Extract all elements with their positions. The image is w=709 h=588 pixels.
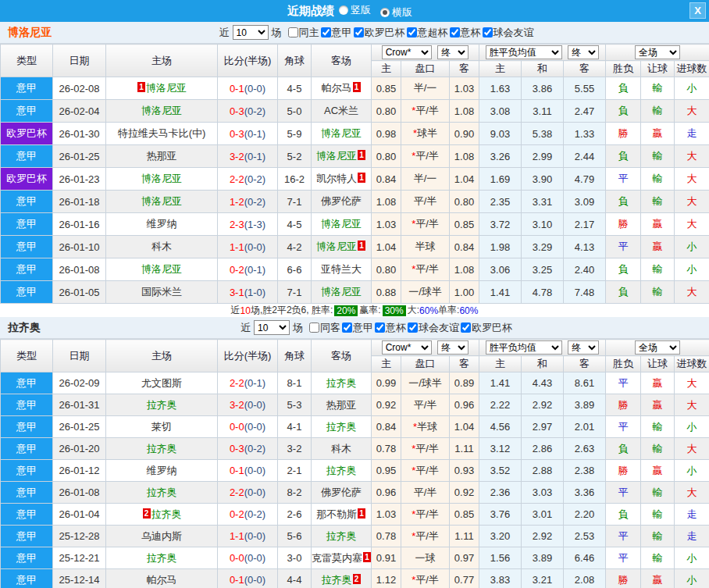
handicap-cell: 一/球半 xyxy=(401,281,450,304)
scope-select[interactable]: 全场 xyxy=(635,340,680,355)
team-label: 拉齐奥 xyxy=(326,530,357,542)
team-label: 博洛尼亚 xyxy=(321,286,362,298)
match-date: 26-01-18 xyxy=(53,191,106,213)
competition-type: 意甲 xyxy=(1,438,53,460)
mean-draw: 2.92 xyxy=(522,526,564,547)
filter-checkbox-意超杯[interactable]: 意超杯 xyxy=(405,26,448,40)
match-date: 26-01-08 xyxy=(53,482,106,504)
col-header-score: 比分(半场) xyxy=(218,340,278,372)
rate-badge: 30% xyxy=(383,305,406,316)
mean-time-select[interactable]: 终 xyxy=(568,45,599,59)
layout-radio-横版[interactable]: 横版 xyxy=(380,5,412,20)
team-label: AC米兰 xyxy=(324,105,358,116)
handicap-star: * xyxy=(413,421,417,433)
checkbox-icon[interactable] xyxy=(309,323,319,333)
mean-home: 3.72 xyxy=(479,213,522,236)
filter-checkbox-意甲[interactable]: 意甲 xyxy=(319,26,352,40)
mean-away: 2.63 xyxy=(564,438,606,460)
handicap-star: * xyxy=(412,263,415,275)
checkbox-icon[interactable] xyxy=(321,27,331,37)
scope-select[interactable]: 全场 xyxy=(635,45,680,59)
team-label: 特拉维夫马卡比(中) xyxy=(118,127,206,139)
mean-time-select[interactable]: 终 xyxy=(568,340,599,355)
match-date: 26-01-04 xyxy=(53,504,106,526)
sections-container: 博洛尼亚 近 10 场 同主意甲欧罗巴杯意超杯意杯球会友谊 类型 日期 主场 比… xyxy=(0,22,709,588)
mean-away: 4.13 xyxy=(564,236,606,258)
away-team: 凯尔特人1 xyxy=(312,168,372,191)
team-label: 博洛尼亚 xyxy=(316,241,357,252)
mean-draw: 3.25 xyxy=(522,258,564,281)
handicap-star: * xyxy=(412,105,415,116)
odds-time-select[interactable]: 终 xyxy=(437,340,469,355)
checkbox-icon[interactable] xyxy=(354,27,364,37)
filter-checkbox-欧罗巴杯[interactable]: 欧罗巴杯 xyxy=(459,321,512,335)
home-team: 特拉维夫马卡比(中) xyxy=(106,123,218,145)
summary-row: 近10场,胜2平2负6, 胜率:20% 赢率:30% 大:60% 单率:60% xyxy=(0,304,709,317)
odds-time-select[interactable]: 终 xyxy=(437,45,469,59)
match-date: 26-02-09 xyxy=(53,372,106,394)
away-team: AC米兰 xyxy=(312,100,372,123)
match-rows: 意甲26-02-081博洛尼亚0-1(0-0)4-5帕尔马10.85半/一1.0… xyxy=(1,77,709,304)
radio-icon[interactable] xyxy=(380,8,390,17)
filter-checkbox-欧罗巴杯[interactable]: 欧罗巴杯 xyxy=(352,26,405,40)
odds-source-select[interactable]: Crow* xyxy=(382,340,432,355)
mean-away: 3.09 xyxy=(564,191,606,213)
filter-checkbox-球会友谊[interactable]: 球会友谊 xyxy=(406,321,459,335)
match-date: 25-12-28 xyxy=(53,526,106,547)
odds-away: 1.04 xyxy=(450,168,479,191)
result-handicap: 贏 xyxy=(641,460,675,482)
mean-select[interactable]: 胜平负均值 xyxy=(486,340,562,355)
home-team: 拉齐奥 xyxy=(106,438,218,460)
recent-count-select[interactable]: 10 xyxy=(254,320,290,335)
col-header-type: 类型 xyxy=(1,45,53,77)
layout-radio-竖版[interactable]: 竖版 xyxy=(339,3,371,17)
odds-source-select[interactable]: Crow* xyxy=(382,45,432,59)
checkbox-icon[interactable] xyxy=(408,323,418,333)
filter-checkbox-意杯[interactable]: 意杯 xyxy=(373,321,406,335)
corners-cell: 5-3 xyxy=(278,394,312,416)
score-cell: 1-1(0-0) xyxy=(218,526,278,547)
checkbox-icon[interactable] xyxy=(407,27,417,37)
checkbox-icon[interactable] xyxy=(375,323,385,333)
odds-home: 0.84 xyxy=(372,416,401,438)
checkbox-icon[interactable] xyxy=(342,323,352,333)
filter-checkbox-同主[interactable]: 同主 xyxy=(287,26,319,40)
mean-draw: 3.11 xyxy=(522,100,564,123)
close-button[interactable]: X xyxy=(689,2,706,19)
match-row: 意甲26-01-25热那亚3-2(0-1)5-2博洛尼亚10.80*平/半1.0… xyxy=(1,145,709,168)
checkbox-icon[interactable] xyxy=(288,27,298,37)
matches-table: 类型 日期 主场 比分(半场) 角球 客场 Crow* 终 胜平负均值 终 全场 xyxy=(0,44,709,304)
mean-draw: 3.03 xyxy=(522,482,564,504)
handicap-star: * xyxy=(412,574,415,586)
team-label: 那不勒斯 xyxy=(316,508,357,520)
checkbox-icon[interactable] xyxy=(461,323,471,333)
away-team: 拉齐奥 xyxy=(312,460,372,482)
layout-radio-group: 竖版横版 xyxy=(339,3,422,20)
result-outcome: 勝 xyxy=(606,394,641,416)
radio-icon[interactable] xyxy=(339,5,348,15)
filter-checkbox-同客[interactable]: 同客 xyxy=(308,321,340,335)
checkbox-icon[interactable] xyxy=(483,27,493,37)
mean-home: 2.22 xyxy=(479,394,522,416)
result-handicap: 輸 xyxy=(641,100,675,123)
handicap-cell: *球半 xyxy=(401,123,450,145)
mean-home: 1.98 xyxy=(479,236,522,258)
home-team: 国际米兰 xyxy=(106,281,218,304)
header-row-groups: 类型 日期 主场 比分(半场) 角球 客场 Crow* 终 胜平负均值 终 全场 xyxy=(1,340,709,356)
score-cell: 0-2(0-2) xyxy=(218,504,278,526)
handicap-cell: *平/半 xyxy=(401,145,450,168)
filter-checkbox-意杯[interactable]: 意杯 xyxy=(448,26,481,40)
filter-checkbox-意甲[interactable]: 意甲 xyxy=(340,321,373,335)
odds-away: 1.11 xyxy=(450,438,479,460)
checkbox-label: 球会友谊 xyxy=(493,26,534,40)
recent-count-select[interactable]: 10 xyxy=(233,25,269,40)
checkbox-icon[interactable] xyxy=(450,27,460,37)
games-label: 场 xyxy=(293,321,303,335)
mean-select[interactable]: 胜平负均值 xyxy=(486,45,562,59)
sub-col-header: 和 xyxy=(522,61,564,77)
odds-home: 0.80 xyxy=(372,145,401,168)
mean-home: 3.83 xyxy=(479,569,522,588)
filter-checkbox-球会友谊[interactable]: 球会友谊 xyxy=(481,26,534,40)
away-team: 热那亚 xyxy=(312,394,372,416)
score-cell: 0-3(0-2) xyxy=(218,438,278,460)
